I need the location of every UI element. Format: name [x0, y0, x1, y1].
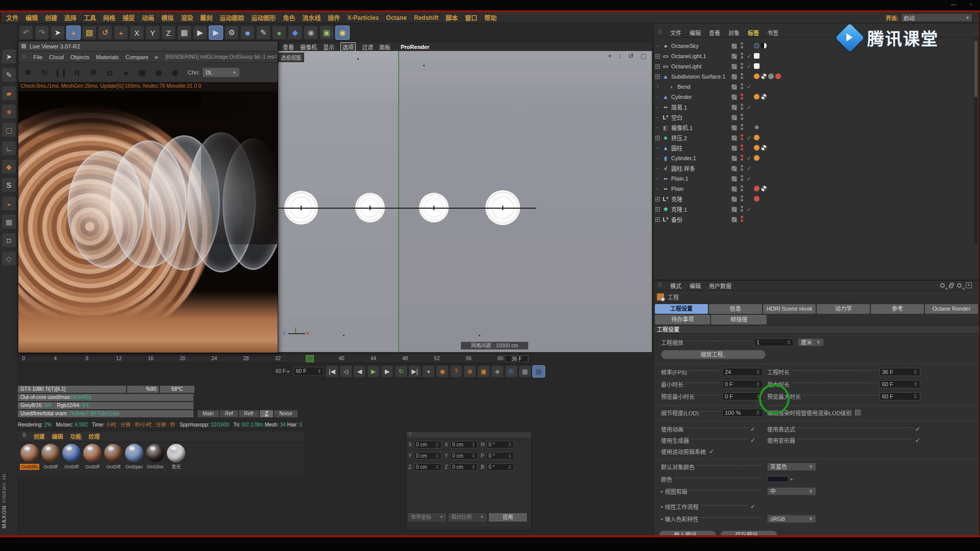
viewport-menu-options[interactable]: 选项	[340, 42, 356, 52]
s-mode-icon[interactable]: S	[2, 178, 16, 192]
timeline-range-end[interactable]: 60 F⇕	[293, 367, 324, 376]
viewport-canvas[interactable]: 透视视图 +↕↺▢ 网格间距 : 10000 cm Z X	[276, 51, 652, 352]
enabled-check-icon[interactable]: ✓	[747, 104, 751, 111]
menubar-item-14[interactable]: 流水线	[302, 13, 321, 22]
visibility-dots[interactable]	[741, 42, 743, 48]
live-selection-icon[interactable]: ➤	[51, 26, 65, 40]
target-tag-icon[interactable]: ⊕	[754, 124, 760, 130]
disclosure-icon[interactable]: ▸	[661, 504, 664, 509]
viewport-menu-panel[interactable]: 面板	[379, 43, 390, 51]
menubar-item-2[interactable]: 创建	[45, 13, 57, 22]
menubar-item-4[interactable]: 工具	[84, 13, 96, 22]
subdivision-surface-icon[interactable]: ●	[272, 26, 286, 40]
expander-icon[interactable]: +	[655, 54, 660, 59]
red-tag-icon[interactable]	[754, 196, 760, 202]
rotate-tool-icon[interactable]: ↺	[98, 26, 112, 40]
box-kit-icon[interactable]: ▢	[2, 122, 16, 137]
attribute-menu-1[interactable]: 编辑	[690, 282, 701, 290]
render-view-icon[interactable]: ▶	[193, 26, 207, 40]
object-row[interactable]: +▲Subdivision Surface.1	[654, 71, 979, 82]
go-to-start-button[interactable]: |◀	[326, 365, 338, 378]
max-input[interactable]: 60 F⇕	[879, 380, 920, 388]
bw-tag-icon[interactable]	[761, 43, 767, 48]
layer-square-icon[interactable]	[731, 125, 737, 131]
lock-icon[interactable]	[949, 285, 953, 288]
layer-square-icon[interactable]	[731, 64, 737, 69]
object-label[interactable]: 备份	[671, 215, 682, 223]
key-parameter-button[interactable]: Ⓟ	[505, 365, 518, 378]
menubar-item-19[interactable]: 脚本	[446, 13, 458, 22]
maximize-view-icon[interactable]: ▢	[641, 52, 647, 60]
lock-resolution-icon[interactable]: ◘	[103, 66, 116, 79]
material-thumbnail[interactable]	[125, 444, 143, 462]
orange-tag-icon[interactable]	[754, 94, 760, 99]
material-pin-icon[interactable]: ◉	[168, 66, 182, 79]
scale-input[interactable]: 1⇕	[754, 338, 794, 346]
visibility-dots[interactable]	[741, 155, 743, 161]
layer-square-icon[interactable]	[731, 176, 737, 182]
object-row[interactable]: –◧摄像机.1⊕	[654, 122, 979, 133]
key-scale-button[interactable]: ▣	[477, 365, 490, 378]
layer-square-icon[interactable]	[731, 207, 737, 212]
spline-pen-icon[interactable]: ✎	[256, 26, 271, 40]
tab-3[interactable]: 动力学	[817, 304, 870, 314]
material-item[interactable]: OctDiff	[83, 444, 102, 470]
material-thumbnail[interactable]	[62, 444, 81, 462]
attribute-menu-2[interactable]: 用户数据	[709, 282, 731, 290]
object-label[interactable]: Cylinder	[671, 94, 692, 100]
menubar-item-20[interactable]: 窗口	[465, 13, 477, 22]
coordinate-field-z[interactable]: Z0 cm⇕	[408, 463, 442, 471]
visibility-dots[interactable]	[741, 206, 743, 212]
layer-square-icon[interactable]	[731, 145, 737, 151]
y-axis-lock-icon[interactable]: Y	[145, 26, 160, 40]
viewport-menu-filter[interactable]: 过滤	[362, 43, 373, 51]
expander-icon[interactable]: +	[655, 74, 660, 79]
lv-menu-objects[interactable]: Objects	[70, 54, 89, 60]
cube-primitive-icon[interactable]: ■	[2, 104, 16, 119]
expander-icon[interactable]: +	[655, 64, 660, 69]
fps-input[interactable]: 24⇕	[722, 368, 763, 376]
visibility-dots[interactable]	[741, 216, 743, 222]
menubar-item-13[interactable]: 角色	[283, 13, 295, 22]
material-item[interactable]: OctSpec	[125, 444, 144, 470]
key-pla-button[interactable]: ▦	[519, 365, 531, 378]
material-menu-function[interactable]: 功能	[70, 432, 82, 440]
fill-bucket-icon[interactable]: ◒	[2, 196, 16, 211]
object-row[interactable]: +L°克隆	[654, 194, 979, 204]
object-row[interactable]: +L°备份	[654, 214, 979, 224]
region-render-icon[interactable]: R	[70, 66, 84, 79]
material-item[interactable]: OctDiff	[104, 444, 123, 470]
coordinate-field-y[interactable]: Y0 cm⇕	[408, 452, 442, 460]
current-frame-box[interactable]: 36 F	[505, 355, 528, 362]
layer-square-icon[interactable]	[731, 135, 737, 141]
menubar-item-11[interactable]: 运动跟踪	[219, 13, 244, 22]
visibility-dots[interactable]	[741, 114, 743, 120]
coordinate-system-icon[interactable]: ▦	[177, 26, 191, 40]
disclosure-icon[interactable]: ▸	[661, 516, 664, 521]
coordinate-system-dropdown[interactable]: 世界坐标▼	[408, 513, 446, 521]
object-label[interactable]: 空白	[671, 113, 682, 121]
material-thumbnail[interactable]	[167, 444, 185, 462]
channel-tab-refr[interactable]: Refr	[239, 410, 259, 417]
playhead[interactable]	[306, 355, 314, 362]
color-swatch[interactable]	[767, 476, 789, 482]
pause-render-icon[interactable]: ❙❙	[54, 66, 67, 79]
camera-icon[interactable]: ▣	[320, 26, 334, 40]
visibility-dots[interactable]	[741, 53, 743, 59]
menubar-item-7[interactable]: 动画	[142, 13, 154, 22]
visibility-dots[interactable]	[741, 104, 743, 110]
lv-menu-compare[interactable]: Compare	[126, 54, 149, 60]
dock-grip-icon[interactable]: ⠿	[22, 54, 27, 60]
material-thumbnail[interactable]	[146, 444, 164, 462]
rotate-view-icon[interactable]: ↺	[628, 52, 634, 60]
unit-dropdown[interactable]: 厘米▼	[798, 338, 824, 346]
next-frame-button[interactable]: ▶	[381, 365, 394, 378]
material-thumbnail[interactable]	[20, 444, 39, 462]
render-settings-icon[interactable]: ⚙	[225, 26, 239, 40]
object-label[interactable]: 简易.1	[671, 103, 687, 111]
coordinate-field-x[interactable]: X0 cm⇕	[408, 441, 442, 448]
view-clipping-dropdown[interactable]: 中▼	[767, 487, 816, 495]
material-menu-create[interactable]: 创建	[34, 432, 45, 440]
coordinate-field-b[interactable]: B0 °⇕	[481, 463, 514, 471]
timeline-ruler[interactable]: 04812162024283240444852566036 F	[18, 354, 531, 363]
